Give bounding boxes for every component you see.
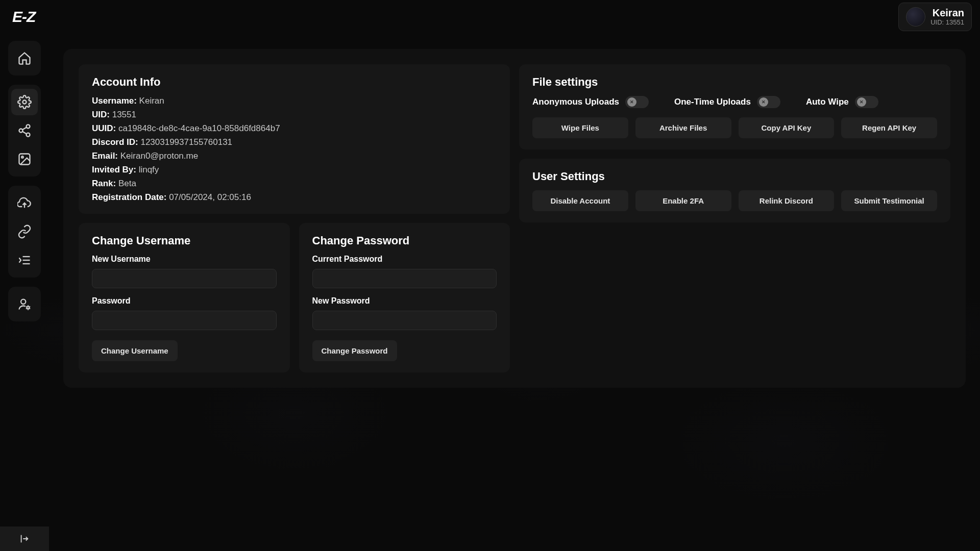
link-icon	[17, 224, 32, 239]
toggle-label-onetime: One-Time Uploads	[674, 97, 751, 107]
home-icon	[17, 51, 32, 65]
disable-account-button[interactable]: Disable Account	[532, 190, 628, 211]
user-uid: UID: 13551	[930, 19, 964, 27]
toggle-onetime-uploads[interactable]	[757, 96, 780, 108]
sidebar-item-settings[interactable]	[11, 89, 38, 115]
user-settings-title: User Settings	[532, 170, 937, 183]
new-username-input[interactable]	[92, 269, 277, 288]
account-info-card: Account Info Username: Keiran UID: 13551…	[79, 64, 510, 214]
toggle-label-anon: Anonymous Uploads	[532, 97, 619, 107]
wipe-files-button[interactable]: Wipe Files	[532, 117, 628, 138]
sidebar-item-list[interactable]	[11, 247, 38, 273]
sidebar	[0, 34, 49, 551]
change-username-card: Change Username New Username Password Ch…	[79, 223, 290, 372]
change-username-button[interactable]: Change Username	[92, 340, 178, 361]
app-logo: E-Z	[8, 8, 35, 26]
avatar	[906, 7, 925, 27]
change-password-title: Change Password	[312, 234, 497, 247]
share-icon	[17, 123, 32, 138]
relink-discord-button[interactable]: Relink Discord	[739, 190, 835, 211]
info-row-discord: Discord ID: 1230319937155760131	[92, 137, 497, 147]
submit-testimonial-button[interactable]: Submit Testimonial	[841, 190, 937, 211]
regen-api-key-button[interactable]: Regen API Key	[841, 117, 937, 138]
svg-point-2	[19, 129, 23, 133]
account-info-title: Account Info	[92, 76, 497, 89]
svg-line-5	[22, 132, 27, 134]
cu-password-label: Password	[92, 296, 277, 306]
svg-point-0	[23, 101, 27, 104]
new-password-input[interactable]	[312, 311, 497, 330]
change-password-button[interactable]: Change Password	[312, 340, 397, 361]
cloud-upload-icon	[17, 196, 32, 210]
toggle-anonymous-uploads[interactable]	[625, 96, 649, 108]
expand-right-icon	[19, 533, 30, 544]
current-password-label: Current Password	[312, 255, 497, 264]
sidebar-item-image[interactable]	[11, 146, 38, 172]
svg-point-3	[27, 133, 30, 137]
svg-point-7	[21, 156, 23, 158]
current-password-input[interactable]	[312, 269, 497, 288]
info-row-rank: Rank: Beta	[92, 179, 497, 189]
image-icon	[17, 152, 32, 166]
change-username-title: Change Username	[92, 234, 277, 247]
cu-password-input[interactable]	[92, 311, 277, 330]
enable-2fa-button[interactable]: Enable 2FA	[635, 190, 731, 211]
file-settings-title: File settings	[532, 76, 937, 89]
info-row-uuid: UUID: ca19848c-de8c-4cae-9a10-858d6fd864…	[92, 123, 497, 134]
toggle-label-autowipe: Auto Wipe	[806, 97, 849, 107]
copy-api-key-button[interactable]: Copy API Key	[739, 117, 835, 138]
new-password-label: New Password	[312, 296, 497, 306]
info-row-username: Username: Keiran	[92, 96, 497, 106]
sidebar-expand-button[interactable]	[0, 527, 49, 551]
info-row-email: Email: Keiran0@proton.me	[92, 151, 497, 161]
sidebar-item-upload[interactable]	[11, 190, 38, 216]
list-indent-icon	[17, 253, 32, 267]
change-password-card: Change Password Current Password New Pas…	[299, 223, 510, 372]
gear-icon	[17, 95, 32, 109]
new-username-label: New Username	[92, 255, 277, 264]
file-settings-card: File settings Anonymous Uploads One-Time…	[519, 64, 950, 149]
sidebar-item-user-settings[interactable]	[11, 291, 38, 317]
info-row-regdate: Registration Date: 07/05/2024, 02:05:16	[92, 192, 497, 203]
user-chip[interactable]: Keiran UID: 13551	[898, 3, 972, 31]
user-settings-card: User Settings Disable Account Enable 2FA…	[519, 159, 950, 222]
sidebar-item-link[interactable]	[11, 218, 38, 245]
svg-point-1	[27, 124, 30, 128]
user-gear-icon	[17, 297, 32, 311]
user-name: Keiran	[930, 7, 964, 19]
svg-line-4	[22, 128, 27, 130]
archive-files-button[interactable]: Archive Files	[635, 117, 731, 138]
svg-point-11	[21, 299, 26, 304]
sidebar-item-share[interactable]	[11, 117, 38, 144]
svg-point-12	[27, 307, 30, 309]
info-row-invited: Invited By: linqfy	[92, 165, 497, 175]
sidebar-item-home[interactable]	[11, 45, 38, 71]
info-row-uid: UID: 13551	[92, 110, 497, 120]
toggle-auto-wipe[interactable]	[855, 96, 878, 108]
